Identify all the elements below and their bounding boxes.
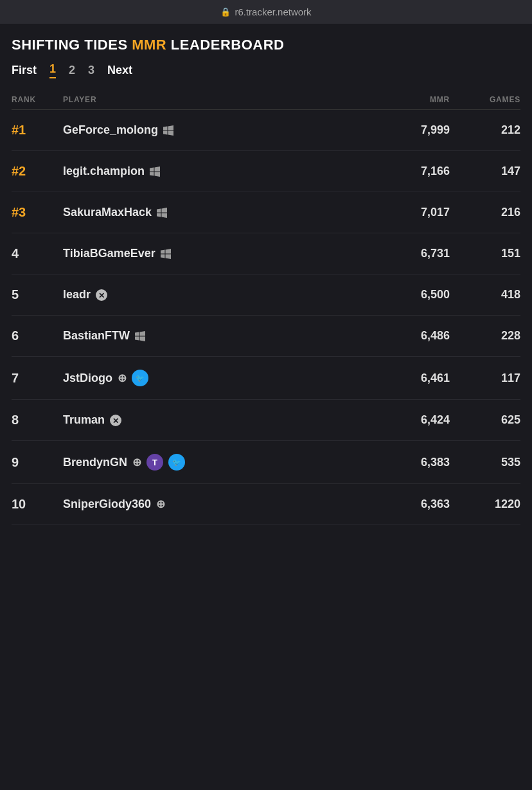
rank-cell: #2 — [12, 164, 63, 179]
twitter-badge: 🐦 — [168, 454, 185, 471]
col-rank: RANK — [12, 95, 63, 104]
platform-icon: ⊕ — [118, 372, 127, 385]
rank-cell: #1 — [12, 123, 63, 138]
rank-cell: 7 — [12, 371, 63, 386]
player-cell: Truman✕ — [63, 413, 379, 427]
player-name: GeForce_molong — [63, 123, 158, 137]
mmr-cell: 6,383 — [379, 456, 456, 469]
col-mmr: MMR — [379, 95, 456, 104]
page-next[interactable]: Next — [107, 64, 132, 77]
pagination: First 1 2 3 Next — [12, 62, 520, 78]
page-2[interactable]: 2 — [69, 64, 75, 77]
mmr-cell: 7,017 — [379, 206, 456, 219]
svg-text:✕: ✕ — [98, 291, 105, 300]
platform-icon: ✕ — [110, 415, 121, 426]
page-first[interactable]: First — [12, 64, 37, 77]
mmr-cell: 6,461 — [379, 372, 456, 385]
url-text: r6.tracker.network — [235, 6, 311, 17]
games-cell: 535 — [456, 456, 520, 469]
twitter-badge: 🐦 — [132, 370, 148, 386]
games-cell: 147 — [456, 165, 520, 178]
table-row[interactable]: #3SakuraMaxHack7,017216 — [12, 192, 520, 233]
platform-icon: ✕ — [96, 289, 107, 301]
mmr-cell: 7,166 — [379, 165, 456, 178]
player-name: Truman — [63, 413, 105, 427]
platform-icon: ⊕ — [132, 456, 141, 469]
table-row[interactable]: 5leadr✕6,500418 — [12, 274, 520, 316]
table-row[interactable]: 7JstDiogo⊕🐦6,461117 — [12, 357, 520, 400]
player-name: BrendynGN — [63, 456, 127, 469]
rank-cell: 9 — [12, 455, 63, 470]
player-name: JstDiogo — [63, 372, 112, 385]
games-cell: 625 — [456, 413, 520, 427]
player-cell: legit.champion — [63, 165, 379, 178]
rank-cell: 10 — [12, 497, 63, 512]
mmr-cell: 6,424 — [379, 413, 456, 427]
page-3[interactable]: 3 — [88, 64, 94, 77]
player-name: SniperGiody360 — [63, 498, 151, 511]
player-name: leadr — [63, 288, 91, 301]
player-cell: leadr✕ — [63, 288, 379, 301]
platform-icon — [150, 166, 160, 177]
rank-cell: #3 — [12, 205, 63, 220]
games-cell: 151 — [456, 247, 520, 260]
table-row[interactable]: 8Truman✕6,424625 — [12, 400, 520, 441]
rank-cell: 5 — [12, 287, 63, 302]
mmr-cell: 7,999 — [379, 123, 456, 137]
table-row[interactable]: #2legit.champion7,166147 — [12, 151, 520, 192]
title-prefix: SHIFTING TIDES — [12, 37, 132, 53]
player-cell: SniperGiody360⊕ — [63, 498, 379, 511]
mmr-cell: 6,363 — [379, 498, 456, 511]
games-cell: 117 — [456, 372, 520, 385]
games-cell: 216 — [456, 206, 520, 219]
player-cell: BrendynGN⊕T🐦 — [63, 454, 379, 471]
lock-icon: 🔒 — [220, 7, 231, 17]
table-row[interactable]: 10SniperGiody360⊕6,3631220 — [12, 484, 520, 525]
games-cell: 418 — [456, 288, 520, 301]
player-cell: JstDiogo⊕🐦 — [63, 370, 379, 386]
table-row[interactable]: 6BastianFTW6,486228 — [12, 316, 520, 357]
leaderboard-table: #1GeForce_molong7,999212#2legit.champion… — [12, 110, 520, 525]
platform-icon — [157, 208, 167, 218]
player-name: SakuraMaxHack — [63, 206, 152, 219]
table-row[interactable]: 9BrendynGN⊕T🐦6,383535 — [12, 441, 520, 484]
player-name: TibiaBGameEver — [63, 247, 155, 260]
player-cell: BastianFTW — [63, 329, 379, 343]
mmr-cell: 6,500 — [379, 288, 456, 301]
games-cell: 1220 — [456, 498, 520, 511]
player-cell: TibiaBGameEver — [63, 247, 379, 260]
platform-icon — [163, 125, 173, 136]
table-row[interactable]: #1GeForce_molong7,999212 — [12, 110, 520, 151]
platform-icon — [135, 331, 145, 341]
twitch-badge: T — [146, 454, 163, 471]
rank-cell: 6 — [12, 328, 63, 343]
games-cell: 212 — [456, 123, 520, 137]
games-cell: 228 — [456, 329, 520, 343]
table-row[interactable]: 4TibiaBGameEver6,731151 — [12, 233, 520, 274]
svg-text:✕: ✕ — [112, 417, 119, 426]
platform-icon: ⊕ — [156, 498, 165, 511]
col-player: PLAYER — [63, 95, 379, 104]
player-cell: SakuraMaxHack — [63, 206, 379, 219]
mmr-cell: 6,486 — [379, 329, 456, 343]
page-title: SHIFTING TIDES MMR LEADERBOARD — [12, 37, 520, 53]
page-1[interactable]: 1 — [49, 62, 56, 78]
title-highlight: MMR — [132, 37, 166, 53]
mmr-cell: 6,731 — [379, 247, 456, 260]
player-name: legit.champion — [63, 165, 145, 178]
col-games: GAMES — [456, 95, 520, 104]
player-name: BastianFTW — [63, 329, 130, 343]
player-cell: GeForce_molong — [63, 123, 379, 137]
title-suffix: LEADERBOARD — [166, 37, 284, 53]
rank-cell: 8 — [12, 413, 63, 427]
browser-bar: 🔒 r6.tracker.network — [0, 0, 532, 24]
rank-cell: 4 — [12, 246, 63, 261]
table-header: RANK PLAYER MMR GAMES — [12, 90, 520, 110]
platform-icon — [161, 249, 171, 259]
